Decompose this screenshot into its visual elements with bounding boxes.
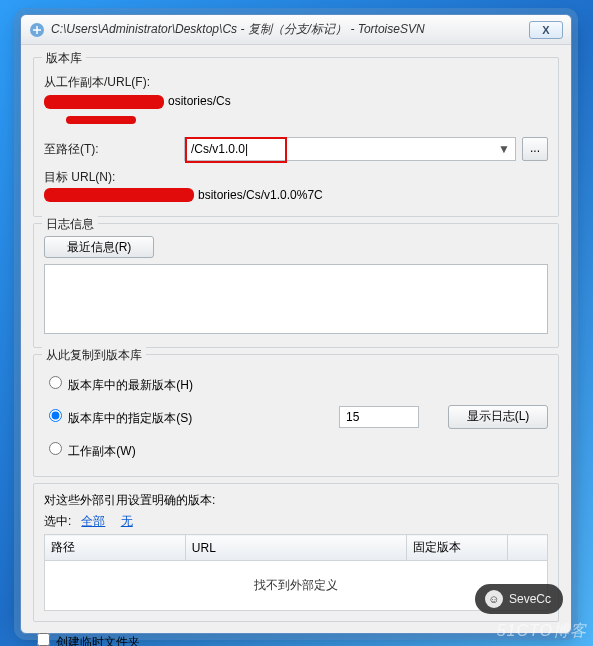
client-area: 版本库 从工作副本/URL(F): ositories/Cs 至路径(T): /… xyxy=(21,45,571,646)
col-header-peg[interactable]: 固定版本 xyxy=(407,535,508,561)
copy-from-legend: 从此复制到版本库 xyxy=(42,347,146,364)
select-all-link[interactable]: 全部 xyxy=(81,514,105,528)
redaction-mark xyxy=(44,95,164,109)
browse-button[interactable]: ... xyxy=(522,137,548,161)
avatar-icon: ☺ xyxy=(485,590,503,608)
revision-number-input[interactable] xyxy=(339,406,419,428)
close-icon: X xyxy=(542,24,549,36)
radio-working-copy[interactable]: 工作副本(W) xyxy=(44,439,548,460)
dialog-window: C:\Users\Administrator\Desktop\Cs - 复制（分… xyxy=(20,14,572,634)
to-path-value: /Cs/v1.0.0| xyxy=(191,142,248,156)
from-url-value: ositories/Cs xyxy=(168,94,231,108)
show-log-button[interactable]: 显示日志(L) xyxy=(448,405,548,429)
log-message-textarea[interactable] xyxy=(44,264,548,334)
col-header-path[interactable]: 路径 xyxy=(45,535,186,561)
radio-head-revision[interactable]: 版本库中的最新版本(H) xyxy=(44,373,548,394)
externals-empty-row: 找不到外部定义 xyxy=(44,561,548,611)
to-path-combobox[interactable]: /Cs/v1.0.0| ▼ xyxy=(184,137,516,161)
from-url-label: 从工作副本/URL(F): xyxy=(44,74,184,91)
radio-specific-revision[interactable]: 版本库中的指定版本(S) xyxy=(44,406,339,427)
checkbox-create-intermediate[interactable]: 创建临时文件夹 xyxy=(33,630,559,646)
col-header-spacer xyxy=(507,535,547,561)
close-button[interactable]: X xyxy=(529,21,563,39)
target-url-value: bsitories/Cs/v1.0.0%7C xyxy=(198,188,323,202)
externals-title: 对这些外部引用设置明确的版本: xyxy=(44,492,548,509)
recent-messages-button[interactable]: 最近信息(R) xyxy=(44,236,154,258)
select-none-link[interactable]: 无 xyxy=(121,514,133,528)
overlay-bubble: ☺ SeveCc xyxy=(475,584,563,614)
dropdown-arrow-icon[interactable]: ▼ xyxy=(497,142,511,156)
target-url-label: 目标 URL(N): xyxy=(44,169,184,186)
window-title: C:\Users\Administrator\Desktop\Cs - 复制（分… xyxy=(51,21,529,38)
titlebar[interactable]: C:\Users\Administrator\Desktop\Cs - 复制（分… xyxy=(21,15,571,45)
to-path-label: 至路径(T): xyxy=(44,141,184,158)
repository-group: 版本库 从工作副本/URL(F): ositories/Cs 至路径(T): /… xyxy=(33,57,559,217)
select-label: 选中: xyxy=(44,514,71,528)
log-legend: 日志信息 xyxy=(42,216,98,233)
redaction-mark xyxy=(44,188,194,202)
overlay-bubble-text: SeveCc xyxy=(509,592,551,606)
redaction-mark xyxy=(66,116,136,124)
copy-from-group: 从此复制到版本库 版本库中的最新版本(H) 版本库中的指定版本(S) 显示日志(… xyxy=(33,354,559,477)
log-group: 日志信息 最近信息(R) xyxy=(33,223,559,348)
watermark: 51CTO博客 xyxy=(497,621,587,642)
footer: 创建临时文件夹 切换工作副本至新分支/标记(C) 确定(O) 取消 帮助 xyxy=(33,630,559,646)
externals-table: 路径 URL 固定版本 xyxy=(44,534,548,561)
repository-legend: 版本库 xyxy=(42,50,86,67)
app-icon xyxy=(29,22,45,38)
col-header-url[interactable]: URL xyxy=(185,535,406,561)
